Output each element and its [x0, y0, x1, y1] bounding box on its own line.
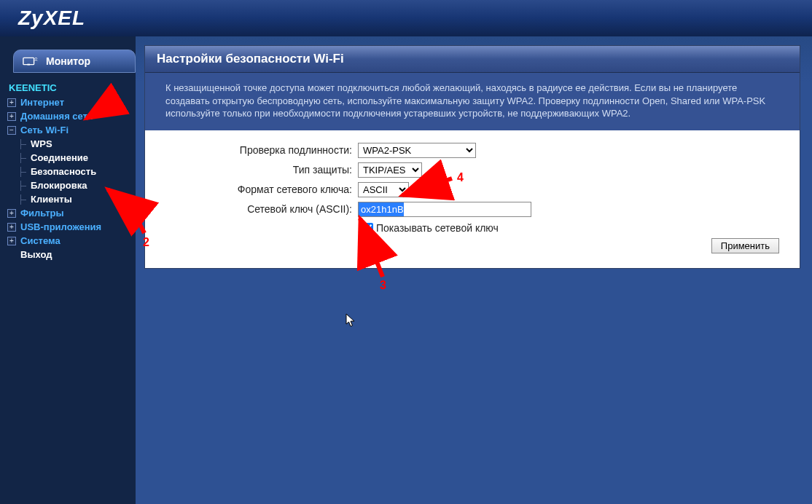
key-label: Сетевой ключ (ASCII): [161, 203, 358, 215]
form-area: Проверка подлинности: WPA2-PSK Тип защит… [145, 130, 800, 268]
row-network-key: Сетевой ключ (ASCII): [161, 200, 784, 219]
subitem-label[interactable]: Клиенты [31, 194, 72, 205]
subitem-label[interactable]: Блокировка [31, 180, 87, 191]
nav-item-filters[interactable]: + Фильтры [7, 206, 131, 220]
expand-icon[interactable]: + [7, 223, 16, 232]
expand-icon[interactable]: + [7, 112, 16, 121]
row-show-key: Показывать сетевой ключ [161, 219, 784, 234]
auth-label: Проверка подлинности: [161, 144, 358, 156]
row-encryption: Тип защиты: TKIP/AES [161, 160, 784, 180]
mouse-cursor-icon [346, 313, 356, 328]
settings-panel: Настройки безопасности Wi-Fi К незащищен… [144, 45, 800, 269]
nav-label[interactable]: Выход [20, 249, 52, 260]
encryption-select[interactable]: TKIP/AES [358, 162, 422, 178]
monitor-tab[interactable]: Монитор [13, 50, 136, 73]
apply-button[interactable]: Применить [711, 238, 779, 253]
nav-label[interactable]: USB-приложения [20, 221, 101, 232]
nav-root[interactable]: KEENETIC [7, 80, 131, 95]
subitem-connection[interactable]: Соединение [17, 151, 131, 165]
wifi-subitems: WPS Соединение Безопасность Блокировка К… [7, 137, 131, 206]
nav-label[interactable]: Система [20, 235, 60, 246]
expand-icon[interactable]: + [7, 237, 16, 245]
monitor-label: Монитор [46, 55, 90, 67]
subitem-label[interactable]: Безопасность [31, 166, 96, 177]
subitem-label[interactable]: WPS [31, 138, 52, 149]
nav-label[interactable]: Интернет [20, 97, 64, 108]
app-header: ZyXEL [0, 0, 812, 36]
panel-description: К незащищенной точке доступа может подкл… [145, 73, 800, 130]
main-wrap: Монитор KEENETIC + Интернет + Домашняя с… [0, 36, 812, 504]
nav-item-wifi[interactable]: − Сеть Wi-Fi [7, 123, 131, 137]
brand-logo: ZyXEL [18, 7, 85, 30]
subitem-wps[interactable]: WPS [17, 137, 131, 151]
panel-title: Настройки безопасности Wi-Fi [145, 46, 800, 73]
enc-label: Тип защиты: [161, 164, 358, 176]
subitem-security[interactable]: Безопасность [17, 165, 131, 178]
key-format-select[interactable]: ASCII [358, 182, 409, 197]
fmt-label: Формат сетевого ключа: [161, 184, 358, 195]
apply-row: Применить [161, 234, 784, 258]
network-key-input[interactable] [358, 202, 531, 217]
nav-item-internet[interactable]: + Интернет [7, 95, 131, 109]
svg-rect-0 [23, 58, 34, 64]
show-key-checkbox[interactable] [364, 223, 373, 232]
content-area: Настройки безопасности Wi-Fi К незащищен… [136, 36, 812, 504]
nav-item-usb[interactable]: + USB-приложения [7, 220, 131, 234]
show-key-label: Показывать сетевой ключ [376, 222, 499, 234]
row-auth: Проверка подлинности: WPA2-PSK [161, 141, 784, 160]
collapse-icon[interactable]: − [7, 126, 16, 135]
sidebar: Монитор KEENETIC + Интернет + Домашняя с… [0, 36, 136, 504]
nav-item-system[interactable]: + Система [7, 234, 131, 248]
monitor-icon [23, 55, 39, 68]
nav-tree: KEENETIC + Интернет + Домашняя сеть − Се… [0, 73, 136, 261]
expand-icon[interactable]: + [7, 98, 16, 107]
nav-label[interactable]: Фильтры [20, 208, 64, 218]
subitem-block[interactable]: Блокировка [17, 178, 131, 192]
auth-select[interactable]: WPA2-PSK [358, 143, 476, 158]
nav-label[interactable]: Сеть Wi-Fi [20, 125, 69, 135]
nav-item-exit[interactable]: Выход [7, 248, 131, 261]
nav-item-home-network[interactable]: + Домашняя сеть [7, 109, 131, 123]
nav-label[interactable]: Домашняя сеть [20, 111, 93, 122]
row-key-format: Формат сетевого ключа: ASCII [161, 180, 784, 200]
expand-icon[interactable]: + [7, 209, 16, 218]
subitem-label[interactable]: Соединение [31, 152, 88, 163]
subitem-clients[interactable]: Клиенты [17, 192, 131, 206]
